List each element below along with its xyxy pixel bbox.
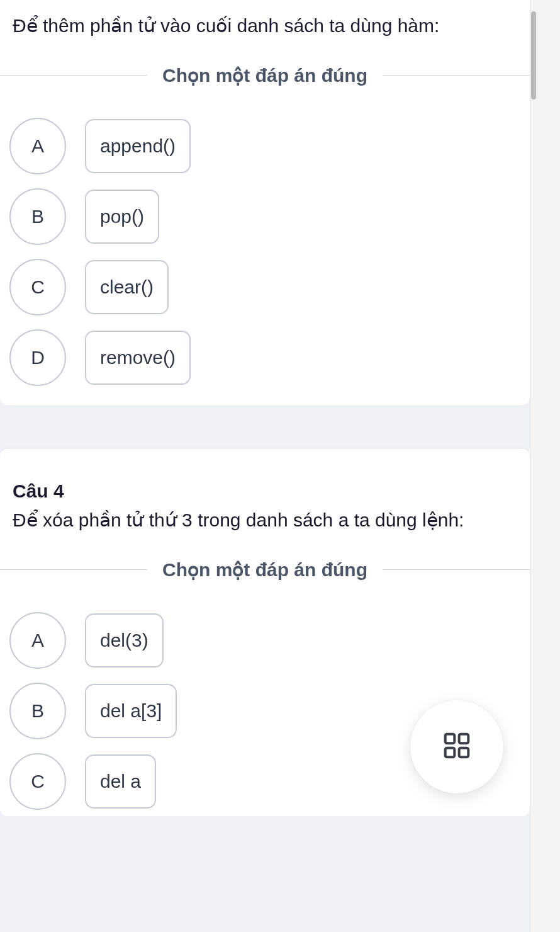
option-label[interactable]: pop() [85, 190, 159, 244]
option-row[interactable]: D remove() [9, 329, 517, 386]
svg-rect-0 [445, 734, 455, 744]
option-letter[interactable]: A [9, 118, 66, 174]
divider-line [383, 569, 530, 570]
option-letter[interactable]: C [9, 753, 66, 810]
option-letter[interactable]: B [9, 188, 66, 245]
question-card-1: Để thêm phần tử vào cuối danh sách ta dù… [0, 0, 530, 405]
option-label[interactable]: append() [85, 119, 191, 173]
divider-line [0, 75, 147, 76]
scrollbar-track[interactable] [530, 0, 560, 932]
scrollbar-thumb[interactable] [531, 11, 536, 99]
instruction-text: Chọn một đáp án đúng [147, 64, 383, 86]
question-text: Để thêm phần tử vào cuối danh sách ta dù… [13, 13, 517, 39]
question-text: Để xóa phần tử thứ 3 trong danh sách a t… [13, 507, 517, 533]
instruction-row: Chọn một đáp án đúng [0, 64, 530, 86]
svg-rect-3 [459, 748, 469, 758]
option-label[interactable]: del(3) [85, 613, 164, 668]
divider-line [0, 569, 147, 570]
options-list: A append() B pop() C clear() D remove() [9, 118, 517, 386]
grid-menu-button[interactable] [410, 700, 503, 793]
option-label[interactable]: del a[3] [85, 684, 177, 738]
instruction-text: Chọn một đáp án đúng [147, 559, 383, 581]
option-label[interactable]: clear() [85, 260, 169, 314]
grid-icon [443, 732, 471, 762]
question-number: Câu 4 [13, 480, 517, 502]
option-row[interactable]: A del(3) [9, 612, 517, 669]
option-row[interactable]: C clear() [9, 259, 517, 315]
option-letter[interactable]: C [9, 259, 66, 315]
instruction-row: Chọn một đáp án đúng [0, 559, 530, 581]
option-row[interactable]: A append() [9, 118, 517, 174]
option-row[interactable]: B pop() [9, 188, 517, 245]
option-letter[interactable]: A [9, 612, 66, 669]
divider-line [383, 75, 530, 76]
svg-rect-2 [445, 748, 455, 758]
option-letter[interactable]: B [9, 683, 66, 739]
option-label[interactable]: del a [85, 754, 156, 809]
svg-rect-1 [459, 734, 469, 744]
option-label[interactable]: remove() [85, 331, 191, 385]
option-letter[interactable]: D [9, 329, 66, 386]
